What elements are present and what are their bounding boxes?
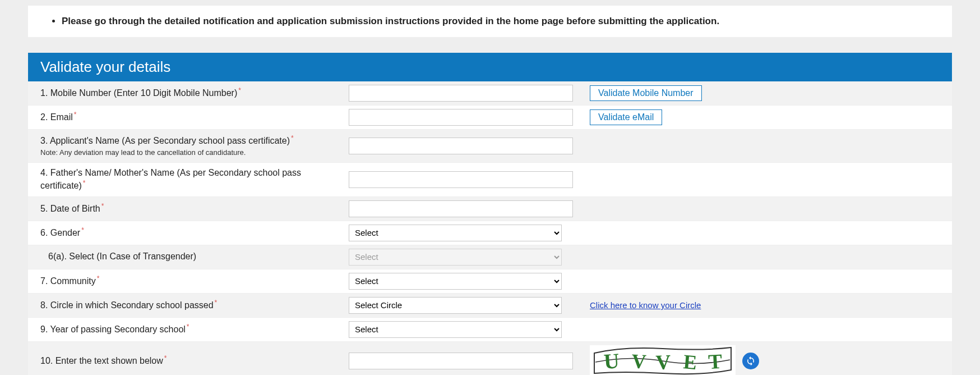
label-captcha: 10. Enter the text shown below* [28,342,342,375]
svg-text:E: E [682,350,697,374]
email-input[interactable] [349,109,573,126]
captcha-input[interactable] [349,353,573,369]
row-captcha: 10. Enter the text shown below* U V V E … [28,342,952,375]
validate-mobile-button[interactable]: Validate Mobile Number [590,85,702,101]
row-circle: 8. Circle in which Secondary school pass… [28,294,952,318]
circle-select[interactable]: Select Circle [349,297,562,314]
label-gender: 6. Gender* [28,221,342,245]
label-parent: 4. Father's Name/ Mother's Name (As per … [28,163,342,196]
row-gender: 6. Gender* Select [28,221,952,245]
label-email: 2. Email* [28,106,342,129]
label-circle: 8. Circle in which Secondary school pass… [28,294,342,317]
svg-text:U: U [603,349,620,373]
svg-text:V: V [655,350,671,374]
row-mobile: 1. Mobile Number (Enter 10 Digit Mobile … [28,81,952,106]
row-gender-sub: 6(a). Select (In Case of Transgender) Se… [28,245,952,269]
notice-box: Please go through the detailed notificat… [28,6,952,37]
label-year: 9. Year of passing Secondary school* [28,318,342,341]
mobile-input[interactable] [349,85,573,102]
parent-input[interactable] [349,171,573,188]
section-header: Validate your details [28,53,952,81]
name-input[interactable] [349,138,573,154]
row-parent: 4. Father's Name/ Mother's Name (As per … [28,163,952,197]
row-year: 9. Year of passing Secondary school* Sel… [28,318,952,342]
label-gender-sub: 6(a). Select (In Case of Transgender) [28,245,342,269]
refresh-icon [746,356,756,366]
know-your-circle-link[interactable]: Click here to know your Circle [590,300,701,310]
captcha-image: U V V E T [590,345,736,375]
label-mobile: 1. Mobile Number (Enter 10 Digit Mobile … [28,81,342,105]
dob-input[interactable] [349,200,573,217]
notice-item: Please go through the detailed notificat… [62,15,941,28]
label-community: 7. Community* [28,269,342,293]
row-community: 7. Community* Select [28,269,952,294]
gender-sub-select: Select [349,249,562,266]
row-dob: 5. Date of Birth* [28,197,952,221]
label-dob: 5. Date of Birth* [28,197,342,221]
year-select[interactable]: Select [349,321,562,338]
community-select[interactable]: Select [349,273,562,290]
svg-text:T: T [708,349,723,373]
svg-text:V: V [631,350,647,373]
row-name: 3. Applicant's Name (As per Secondary sc… [28,130,952,163]
row-email: 2. Email* Validate eMail [28,106,952,130]
label-name: 3. Applicant's Name (As per Secondary sc… [28,130,342,162]
gender-select[interactable]: Select [349,225,562,241]
validate-email-button[interactable]: Validate eMail [590,109,662,125]
refresh-captcha-button[interactable] [742,353,759,369]
